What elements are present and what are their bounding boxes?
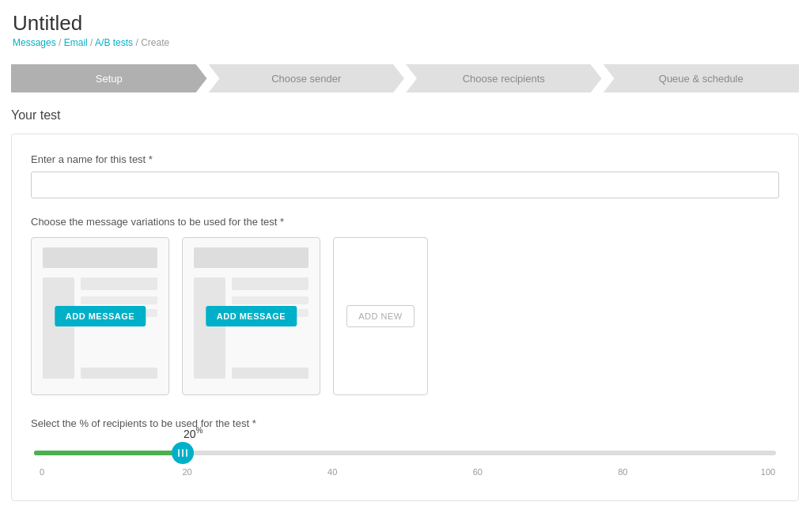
- slider-tick-0: 0: [34, 467, 50, 477]
- slider-thumb-line-3: [186, 449, 187, 457]
- step-sender[interactable]: Choose sender: [209, 64, 405, 92]
- ep-left-col-1: [43, 277, 74, 379]
- variations-row: ADD MESSAGE: [31, 237, 779, 395]
- slider-tick-40: 40: [324, 467, 340, 477]
- message-card-1-inner: ADD MESSAGE: [32, 238, 168, 394]
- ep-left-col-2: [194, 277, 225, 379]
- ep-right-col2-1: [81, 296, 157, 304]
- ep-right-col2-2: [232, 296, 308, 304]
- breadcrumb-email[interactable]: Email: [64, 37, 88, 48]
- slider-tick-60: 60: [470, 467, 486, 477]
- slider-tick-80: 80: [615, 467, 630, 477]
- slider-container: 20% 0: [31, 443, 779, 477]
- header: Untitled Messages / Email / A/B tests / …: [0, 0, 810, 56]
- slider-percent-sign: %: [196, 426, 203, 435]
- ep-top-bar-1: [43, 247, 157, 268]
- section-title: Your test: [11, 108, 799, 123]
- ep-bottom-row-2: [232, 368, 308, 379]
- ep-bottom-row-1: [81, 368, 157, 379]
- slider-section: Select the % of recipients to be used fo…: [31, 417, 779, 477]
- step-setup-label: Setup: [96, 73, 123, 85]
- ep-right-col-2: [232, 277, 308, 290]
- variations-label: Choose the message variations to be used…: [31, 216, 779, 228]
- step-recipients-label: Choose recipients: [463, 73, 545, 85]
- variations-section: Choose the message variations to be used…: [31, 216, 779, 395]
- message-card-2-inner: ADD MESSAGE: [183, 238, 320, 394]
- page-wrapper: Untitled Messages / Email / A/B tests / …: [0, 0, 810, 532]
- add-message-btn-2[interactable]: ADD MESSAGE: [206, 306, 297, 326]
- add-message-btn-1[interactable]: ADD MESSAGE: [55, 306, 146, 326]
- slider-thumb-line-2: [182, 449, 184, 457]
- slider-thumb-line-1: [178, 449, 180, 457]
- slider-thumb[interactable]: [172, 442, 194, 464]
- slider-ticks: 0 20 40 60 80 100: [34, 467, 776, 477]
- step-queue[interactable]: Queue & schedule: [604, 64, 800, 92]
- breadcrumb-create: Create: [141, 37, 169, 48]
- main-content: Your test Enter a name for this test * C…: [0, 108, 810, 517]
- breadcrumb-sep1: /: [59, 37, 64, 48]
- page-title: Untitled: [13, 11, 797, 36]
- message-card-2: ADD MESSAGE: [182, 237, 320, 395]
- form-card: Enter a name for this test * Choose the …: [11, 134, 799, 501]
- ep-top-bar-2: [194, 247, 308, 268]
- step-queue-label: Queue & schedule: [659, 73, 744, 85]
- name-field-label: Enter a name for this test *: [31, 153, 779, 165]
- step-recipients[interactable]: Choose recipients: [406, 64, 602, 92]
- message-card-1: ADD MESSAGE: [31, 237, 169, 395]
- slider-tick-100: 100: [760, 467, 776, 477]
- breadcrumb: Messages / Email / A/B tests / Create: [13, 37, 797, 48]
- step-setup[interactable]: Setup: [11, 64, 207, 92]
- breadcrumb-messages[interactable]: Messages: [13, 37, 56, 48]
- slider-value-label: 20%: [184, 426, 202, 440]
- slider-track-fill: [34, 451, 183, 455]
- step-sender-label: Choose sender: [271, 73, 341, 85]
- slider-label: Select the % of recipients to be used fo…: [31, 417, 779, 429]
- ep-right-col-1: [81, 277, 157, 290]
- steps-bar: Setup Choose sender Choose recipients Qu…: [11, 64, 799, 92]
- add-new-card: ADD NEW: [333, 237, 428, 395]
- slider-thumb-lines: [178, 449, 187, 457]
- test-name-input[interactable]: [31, 172, 779, 198]
- slider-track-wrapper: [34, 443, 776, 462]
- breadcrumb-abtests[interactable]: A/B tests: [95, 37, 133, 48]
- add-new-button[interactable]: ADD NEW: [346, 305, 414, 327]
- slider-value: 20: [184, 428, 196, 440]
- slider-tick-20: 20: [180, 467, 195, 477]
